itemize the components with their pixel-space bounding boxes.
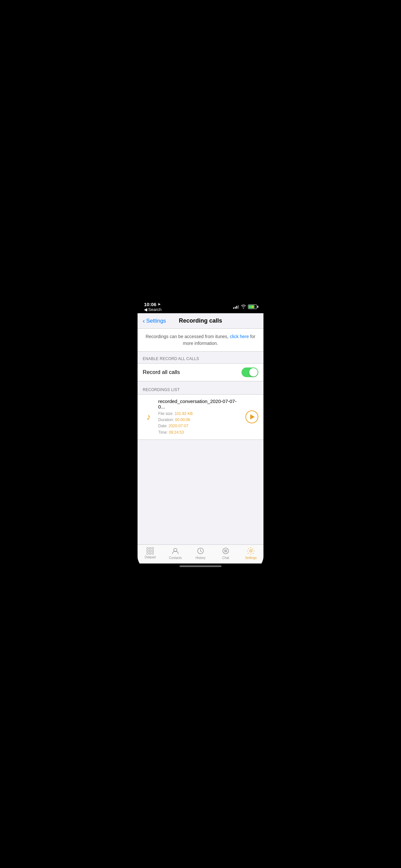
play-button[interactable] [245,410,258,423]
page-title: Recording calls [172,317,229,324]
record-all-calls-toggle[interactable] [242,368,258,377]
tab-history[interactable]: History [188,547,213,560]
status-time: 10:06 ➤ [144,302,161,307]
signal-bars [233,305,239,309]
svg-point-6 [250,550,252,552]
dialpad-icon [147,547,154,554]
toggle-knob [249,368,258,376]
empty-area [137,440,264,545]
recordings-section-header: RECORDINGS LIST [137,381,264,394]
home-bar [180,565,221,567]
nav-header: ‹ Settings Recording calls [137,313,264,329]
tab-bar: Dialpad Contacts History [137,545,264,563]
status-indicators: ⚡ [233,304,257,309]
tab-contacts[interactable]: Contacts [163,547,188,560]
recordings-section-label: RECORDINGS LIST [143,388,180,392]
enable-section-label: ENABLE RECORD ALL CALLS [143,356,199,361]
toggle-label: Record all calls [143,369,180,376]
tab-contacts-label: Contacts [169,556,181,560]
recording-info: recorded_conversation_2020-07-07-0... Fi… [158,399,242,436]
info-text: Recordings can be accessed from itunes, … [143,333,258,347]
tab-settings[interactable]: Settings [238,547,264,560]
chat-icon [221,547,230,555]
recording-detail: File size: 101.92 KB Duration: 00:00:06 … [158,411,242,436]
home-indicator [137,563,264,570]
time-value: 09:24:53 [169,430,184,435]
recording-item: ♪ recorded_conversation_2020-07-07-0... … [137,394,264,440]
history-icon [196,547,205,555]
contacts-icon [171,547,180,555]
tab-history-label: History [195,556,205,560]
status-bar: 10:06 ➤ ◀ Search [137,298,264,313]
tab-chat[interactable]: Chat [213,547,238,560]
info-section: Recordings can be accessed from itunes, … [137,329,264,352]
tab-dialpad-label: Dialpad [145,555,156,559]
enable-section-header: ENABLE RECORD ALL CALLS [137,352,264,363]
tab-dialpad[interactable]: Dialpad [137,547,163,559]
wifi-icon [241,304,246,309]
record-all-calls-row: Record all calls [137,363,264,381]
itunes-link[interactable]: click here [230,334,249,339]
music-note-icon: ♪ [143,412,154,422]
tab-settings-label: Settings [245,556,257,560]
date-value: 2020-07-07 [168,424,188,428]
file-size-value: 101.92 KB [175,411,193,416]
back-label: Settings [146,318,166,324]
back-chevron-icon: ‹ [143,317,145,324]
play-triangle-icon [250,414,255,420]
back-button[interactable]: ‹ Settings [143,317,172,324]
battery-icon: ⚡ [248,305,257,309]
recording-name: recorded_conversation_2020-07-07-0... [158,399,242,409]
location-icon: ➤ [158,302,160,306]
duration-value: 00:00:06 [175,417,190,422]
status-search[interactable]: ◀ Search [144,307,161,312]
tab-chat-label: Chat [222,556,229,560]
settings-icon [247,547,255,555]
